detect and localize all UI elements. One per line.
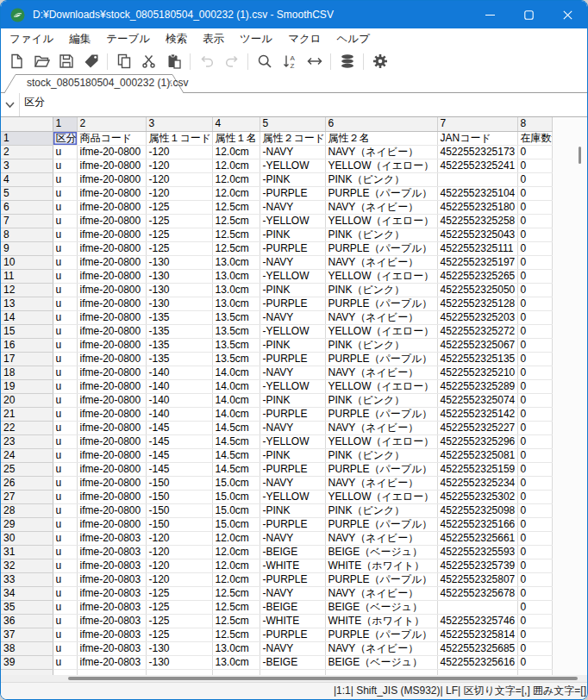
cell-r29c7[interactable]: 4522552325166 bbox=[437, 517, 517, 531]
cell-r4c8[interactable]: 0 bbox=[517, 172, 553, 186]
cell-r15c6[interactable]: YELLOW（イエロー） bbox=[325, 324, 437, 338]
menu-table[interactable]: テーブル bbox=[98, 29, 158, 49]
cell-r15c2[interactable]: ifme-20-0800 bbox=[77, 324, 146, 338]
cell-r4c6[interactable]: PINK（ピンク） bbox=[325, 172, 437, 186]
horizontal-scrollbar-thumb[interactable] bbox=[68, 677, 578, 680]
cell-r32c4[interactable]: 12.0cm bbox=[212, 559, 260, 572]
cell-r16c3[interactable]: -135 bbox=[146, 338, 212, 352]
cell-r20c5[interactable]: -PINK bbox=[260, 393, 325, 407]
cell-r18c4[interactable]: 14.0cm bbox=[212, 366, 260, 379]
cell-r34c6[interactable]: NAVY（ネイビー） bbox=[325, 586, 437, 600]
cell-r37c6[interactable]: PURPLE（パープル） bbox=[325, 628, 437, 641]
cell-r20c8[interactable]: 0 bbox=[517, 393, 553, 407]
cell-r1c6[interactable]: 属性２名 bbox=[325, 131, 437, 145]
column-header-5[interactable]: 5 bbox=[260, 117, 325, 131]
cell-r5c7[interactable]: 4522552325104 bbox=[437, 186, 517, 200]
save-button[interactable] bbox=[53, 51, 78, 72]
cell-r30c4[interactable]: 12.0cm bbox=[212, 531, 260, 545]
row-header-22[interactable]: 22 bbox=[1, 421, 53, 434]
cell-r11c7[interactable]: 4522552325265 bbox=[437, 269, 517, 283]
copy-button[interactable] bbox=[111, 51, 136, 72]
row-header-18[interactable]: 18 bbox=[1, 366, 53, 379]
cell-r23c1[interactable]: u bbox=[53, 434, 77, 448]
cell-r3c1[interactable]: u bbox=[53, 159, 77, 172]
row-header-2[interactable]: 2 bbox=[1, 145, 53, 159]
grid-corner-cell[interactable] bbox=[1, 117, 53, 131]
row-header-25[interactable]: 25 bbox=[1, 462, 53, 476]
cell-r29c3[interactable]: -150 bbox=[146, 517, 212, 531]
cell-r38c4[interactable]: 13.0cm bbox=[212, 641, 260, 655]
cell-r17c6[interactable]: PURPLE（パープル） bbox=[325, 352, 437, 366]
row-header-17[interactable]: 17 bbox=[1, 352, 53, 366]
cell-r6c4[interactable]: 12.5cm bbox=[212, 200, 260, 214]
cell-r35c2[interactable]: ifme-20-0803 bbox=[77, 600, 146, 614]
cell-r11c5[interactable]: -YELLOW bbox=[260, 269, 325, 283]
cell-r31c4[interactable]: 12.0cm bbox=[212, 545, 260, 559]
cell-r29c4[interactable]: 15.0cm bbox=[212, 517, 260, 531]
database-button[interactable] bbox=[335, 51, 360, 72]
cell-r2c5[interactable]: -NAVY bbox=[260, 145, 325, 159]
cell-r19c8[interactable]: 0 bbox=[517, 379, 553, 393]
cell-r8c8[interactable]: 0 bbox=[517, 228, 553, 241]
cell-r31c5[interactable]: -BEIGE bbox=[260, 545, 325, 559]
row-header-11[interactable]: 11 bbox=[1, 269, 53, 283]
cell-r35c7[interactable] bbox=[437, 600, 517, 614]
cell-r14c7[interactable]: 4522552325203 bbox=[437, 310, 517, 324]
cell-r16c7[interactable]: 4522552325067 bbox=[437, 338, 517, 352]
cell-r28c4[interactable]: 15.0cm bbox=[212, 503, 260, 517]
cell-r22c5[interactable]: -NAVY bbox=[260, 421, 325, 434]
row-header-6[interactable]: 6 bbox=[1, 200, 53, 214]
row-header-13[interactable]: 13 bbox=[1, 297, 53, 310]
cell-r8c2[interactable]: ifme-20-0800 bbox=[77, 228, 146, 241]
cell-r2c3[interactable]: -120 bbox=[146, 145, 212, 159]
cell-r8c3[interactable]: -125 bbox=[146, 228, 212, 241]
row-header-33[interactable]: 33 bbox=[1, 572, 53, 586]
cell-r4c1[interactable]: u bbox=[53, 172, 77, 186]
menu-search[interactable]: 検索 bbox=[158, 29, 195, 49]
column-header-3[interactable]: 3 bbox=[146, 117, 212, 131]
row-header-8[interactable]: 8 bbox=[1, 228, 53, 241]
cell-r9c7[interactable]: 4522552325111 bbox=[437, 241, 517, 255]
cell-r3c2[interactable]: ifme-20-0800 bbox=[77, 159, 146, 172]
cell-r37c3[interactable]: -125 bbox=[146, 628, 212, 641]
cell-r5c5[interactable]: -PURPLE bbox=[260, 186, 325, 200]
cell-r22c6[interactable]: NAVY（ネイビー） bbox=[325, 421, 437, 434]
cell-r25c1[interactable]: u bbox=[53, 462, 77, 476]
row-header-16[interactable]: 16 bbox=[1, 338, 53, 352]
cell-r27c8[interactable]: 0 bbox=[517, 490, 553, 503]
cell-r29c2[interactable]: ifme-20-0800 bbox=[77, 517, 146, 531]
cell-r24c1[interactable]: u bbox=[53, 448, 77, 462]
column-header-8[interactable]: 8 bbox=[517, 117, 553, 131]
cell-r16c4[interactable]: 13.5cm bbox=[212, 338, 260, 352]
cell-r18c5[interactable]: -NAVY bbox=[260, 366, 325, 379]
column-header-4[interactable]: 4 bbox=[212, 117, 260, 131]
cell-r10c2[interactable]: ifme-20-0800 bbox=[77, 255, 146, 269]
cell-r5c6[interactable]: PURPLE（パープル） bbox=[325, 186, 437, 200]
cell-r13c7[interactable]: 4522552325128 bbox=[437, 297, 517, 310]
cell-r9c6[interactable]: PURPLE（パープル） bbox=[325, 241, 437, 255]
cell-r5c1[interactable]: u bbox=[53, 186, 77, 200]
cell-r19c5[interactable]: -YELLOW bbox=[260, 379, 325, 393]
cell-r32c2[interactable]: ifme-20-0803 bbox=[77, 559, 146, 572]
cell-r10c1[interactable]: u bbox=[53, 255, 77, 269]
cell-r33c7[interactable]: 4522552325807 bbox=[437, 572, 517, 586]
cell-r5c3[interactable]: -120 bbox=[146, 186, 212, 200]
cell-r7c2[interactable]: ifme-20-0800 bbox=[77, 214, 146, 228]
cell-r30c8[interactable]: 0 bbox=[517, 531, 553, 545]
cell-r3c7[interactable]: 4522552325241 bbox=[437, 159, 517, 172]
cell-r16c2[interactable]: ifme-20-0800 bbox=[77, 338, 146, 352]
cell-r36c1[interactable]: u bbox=[53, 614, 77, 628]
cell-r11c4[interactable]: 13.0cm bbox=[212, 269, 260, 283]
cell-r24c4[interactable]: 14.5cm bbox=[212, 448, 260, 462]
cell-r12c6[interactable]: PINK（ピンク） bbox=[325, 283, 437, 297]
cell-r4c4[interactable]: 12.0cm bbox=[212, 172, 260, 186]
cell-r8c1[interactable]: u bbox=[53, 228, 77, 241]
row-header-23[interactable]: 23 bbox=[1, 434, 53, 448]
cell-r28c2[interactable]: ifme-20-0800 bbox=[77, 503, 146, 517]
cell-r24c7[interactable]: 4522552325081 bbox=[437, 448, 517, 462]
cell-r31c7[interactable]: 4522552325593 bbox=[437, 545, 517, 559]
row-header-24[interactable]: 24 bbox=[1, 448, 53, 462]
cell-r4c7[interactable] bbox=[437, 172, 517, 186]
cell-r11c6[interactable]: YELLOW（イエロー） bbox=[325, 269, 437, 283]
cell-r34c1[interactable]: u bbox=[53, 586, 77, 600]
